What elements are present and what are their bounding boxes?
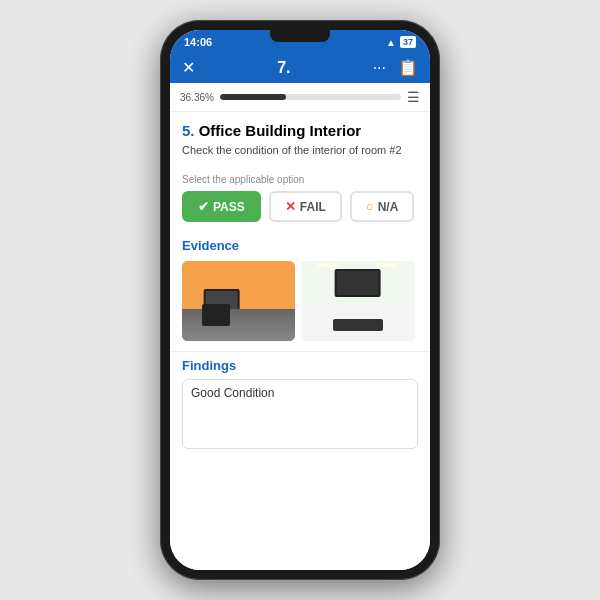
item-section: 5. Office Building Interior Check the co…	[170, 112, 430, 170]
evidence-image-1[interactable]	[182, 261, 295, 341]
na-icon: ○	[366, 199, 374, 214]
evidence-title: Evidence	[182, 238, 418, 253]
svg-rect-6	[182, 319, 201, 335]
evidence-images	[182, 261, 418, 341]
svg-rect-11	[337, 271, 379, 295]
item-number: 5.	[182, 122, 195, 139]
findings-title: Findings	[182, 358, 418, 373]
item-description: Check the condition of the interior of r…	[182, 143, 418, 158]
progress-menu-icon[interactable]: ☰	[407, 89, 420, 105]
svg-rect-4	[219, 315, 225, 319]
close-button[interactable]: ✕	[182, 58, 195, 77]
pass-icon: ✔	[198, 199, 209, 214]
wifi-icon: ▲	[386, 37, 396, 48]
fail-button[interactable]: ✕ FAIL	[269, 191, 342, 222]
pass-button[interactable]: ✔ PASS	[182, 191, 261, 222]
svg-rect-9	[301, 316, 414, 341]
app-toolbar: ✕ 7. ··· 📋	[170, 52, 430, 83]
select-label: Select the applicable option	[170, 170, 430, 191]
content-area: 36.36% ☰ 5. Office Building Interior Che…	[170, 83, 430, 570]
svg-rect-13	[313, 323, 327, 333]
time-display: 14:06	[184, 36, 212, 48]
item-title-text: Office Building Interior	[199, 122, 362, 139]
svg-rect-16	[373, 323, 387, 333]
progress-label: 36.36%	[180, 92, 214, 103]
doc-button[interactable]: 📋	[398, 58, 418, 77]
na-label: N/A	[378, 200, 399, 214]
svg-rect-17	[318, 263, 338, 267]
progress-track	[220, 94, 401, 100]
progress-bar-section: 36.36% ☰	[170, 83, 430, 112]
na-button[interactable]: ○ N/A	[350, 191, 415, 222]
evidence-image-2[interactable]	[301, 261, 414, 341]
more-button[interactable]: ···	[373, 59, 386, 77]
item-title: 5. Office Building Interior	[182, 122, 418, 139]
fail-label: FAIL	[300, 200, 326, 214]
svg-rect-18	[378, 263, 398, 267]
options-row: ✔ PASS ✕ FAIL ○ N/A	[170, 191, 430, 232]
phone-screen: 14:06 ▲ 37 ✕ 7. ··· 📋 36.36%	[170, 30, 430, 570]
phone-shell: 14:06 ▲ 37 ✕ 7. ··· 📋 36.36%	[160, 20, 440, 580]
battery-display: 37	[400, 36, 416, 48]
findings-section: Findings	[170, 351, 430, 463]
findings-textarea[interactable]	[182, 379, 418, 449]
toolbar-actions: ··· 📋	[373, 58, 418, 77]
evidence-section: Evidence	[170, 232, 430, 351]
pass-label: PASS	[213, 200, 245, 214]
status-bar-right: ▲ 37	[386, 36, 416, 48]
svg-rect-12	[308, 311, 408, 323]
progress-fill	[220, 94, 286, 100]
toolbar-title: 7.	[277, 59, 290, 77]
notch	[270, 30, 330, 42]
svg-rect-14	[333, 323, 347, 333]
status-bar-left: 14:06	[184, 36, 212, 48]
svg-rect-15	[353, 323, 367, 333]
svg-rect-5	[246, 311, 266, 321]
svg-rect-1	[182, 313, 295, 341]
fail-icon: ✕	[285, 199, 296, 214]
svg-rect-3	[206, 291, 238, 313]
